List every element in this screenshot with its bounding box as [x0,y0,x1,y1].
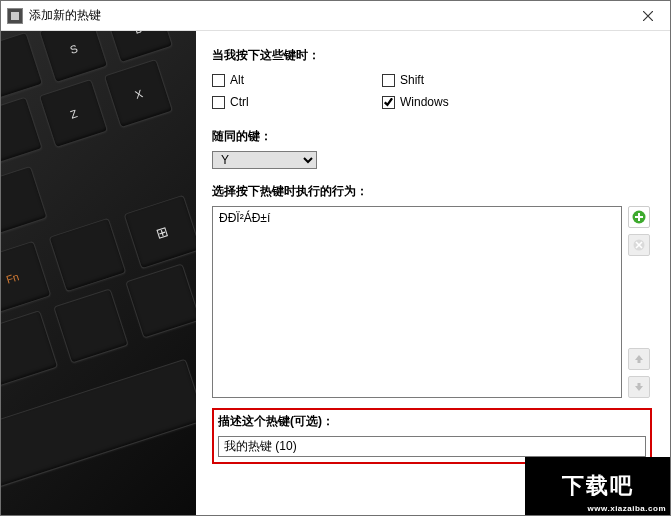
label-alt: Alt [230,73,244,87]
label-ctrl: Ctrl [230,95,249,109]
dialog-footer: 确定(O) [212,476,652,507]
plus-icon [632,210,646,224]
label-windows: Windows [400,95,449,109]
modifiers-group: Alt Ctrl Shift Windows [212,70,652,114]
description-highlight: 描述这个热键(可选)： [212,408,652,464]
checkbox-shift[interactable] [382,74,395,87]
remove-icon [633,239,645,251]
close-icon [643,11,653,21]
main-panel: 当我按下这些键时： Alt Ctrl Shift [196,31,670,515]
add-action-button[interactable] [628,206,650,228]
actions-side-buttons [628,206,652,398]
key-select[interactable]: Y [212,151,317,169]
label-shift: Shift [400,73,424,87]
dialog-window: 添加新的热键 S D Z X Fn ⊞ [0,0,671,516]
actions-listbox[interactable]: ÐĐÏ²ÁÐ±í [212,206,622,398]
titlebar: 添加新的热键 [1,1,670,31]
move-up-button[interactable] [628,348,650,370]
move-down-button[interactable] [628,376,650,398]
checkbox-alt[interactable] [212,74,225,87]
remove-action-button[interactable] [628,234,650,256]
checkbox-ctrl[interactable] [212,96,225,109]
window-title: 添加新的热键 [29,7,625,24]
close-button[interactable] [625,1,670,30]
cancel-button-partial[interactable] [632,480,652,503]
ok-button[interactable]: 确定(O) [534,480,620,503]
ok-highlight: 确定(O) [530,476,624,507]
description-input[interactable] [218,436,646,457]
sidebar-image: S D Z X Fn ⊞ [1,31,196,515]
modifiers-label: 当我按下这些键时： [212,47,652,64]
app-icon [7,8,23,24]
arrow-down-icon [634,382,644,392]
checkbox-windows[interactable] [382,96,395,109]
description-label: 描述这个热键(可选)： [218,413,646,430]
actions-label: 选择按下热键时执行的行为： [212,183,652,200]
arrow-up-icon [634,354,644,364]
actions-row: ÐĐÏ²ÁÐ±í [212,206,652,398]
action-item[interactable]: ÐĐÏ²ÁÐ±í [219,211,615,225]
dialog-content: S D Z X Fn ⊞ 当我按下这些键时： [1,31,670,515]
together-key-label: 随同的键： [212,128,652,145]
